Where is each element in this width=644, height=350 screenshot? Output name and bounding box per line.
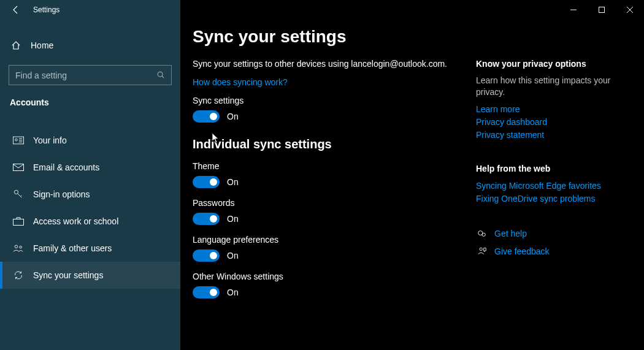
svg-line-10: [21, 196, 22, 197]
help-heading: Help from the web: [476, 164, 629, 173]
privacy-desc: Learn how this setting impacts your priv…: [476, 75, 629, 98]
mail-icon: [12, 161, 25, 173]
theme-toggle-state: On: [227, 177, 239, 187]
toggle-row-other: On: [193, 286, 476, 299]
search-box[interactable]: [9, 65, 172, 85]
sync-icon: [12, 269, 25, 281]
master-toggle-state: On: [227, 112, 239, 121]
home-label: Home: [31, 40, 53, 50]
nav-sync-settings[interactable]: Sync your settings: [0, 262, 180, 289]
search-input[interactable]: [15, 70, 156, 80]
other-toggle-state: On: [227, 287, 239, 297]
svg-line-1: [162, 76, 164, 78]
help-icon: [476, 227, 488, 240]
svg-point-12: [15, 245, 18, 248]
nav-label: Family & other users: [33, 243, 112, 253]
svg-point-8: [14, 190, 18, 194]
aside: Know your privacy options Learn how this…: [476, 20, 629, 350]
category-header: Accounts: [0, 85, 180, 115]
person-card-icon: [12, 134, 25, 146]
subheading: Individual sync settings: [193, 137, 476, 151]
nav-your-info[interactable]: Your info: [0, 127, 180, 154]
content-main: Sync your settings Sync your settings to…: [193, 20, 476, 350]
toggle-row-theme: On: [193, 176, 476, 188]
nav-label: Access work or school: [33, 216, 118, 226]
svg-point-13: [20, 246, 22, 248]
privacy-heading: Know your privacy options: [476, 59, 629, 69]
svg-point-20: [480, 248, 482, 251]
back-button[interactable]: [10, 4, 22, 16]
svg-rect-11: [13, 219, 24, 226]
svg-line-9: [18, 194, 22, 198]
help-link-edge[interactable]: Syncing Microsoft Edge favorites: [476, 180, 629, 192]
svg-rect-7: [13, 164, 24, 171]
language-toggle[interactable]: [193, 249, 220, 262]
toggle-row-passwords: On: [193, 213, 476, 225]
get-help-row[interactable]: Get help: [476, 227, 629, 240]
svg-point-3: [15, 139, 18, 141]
get-help-link[interactable]: Get help: [494, 227, 527, 240]
other-toggle[interactable]: [193, 286, 220, 299]
master-toggle[interactable]: [193, 110, 220, 123]
nav-access-work[interactable]: Access work or school: [0, 208, 180, 235]
svg-point-0: [158, 72, 163, 77]
feedback-link[interactable]: Give feedback: [494, 245, 550, 258]
privacy-statement-link[interactable]: Privacy statement: [476, 129, 629, 142]
theme-toggle[interactable]: [193, 176, 220, 188]
home-nav[interactable]: Home: [0, 33, 180, 58]
svg-rect-15: [599, 7, 605, 13]
toggle-row-language: On: [193, 249, 476, 262]
key-icon: [12, 188, 25, 200]
how-syncing-link[interactable]: How does syncing work?: [193, 77, 476, 87]
page-desc: Sync your settings to other devices usin…: [193, 59, 476, 69]
nav-email-accounts[interactable]: Email & accounts: [0, 154, 180, 181]
passwords-toggle[interactable]: [193, 213, 220, 225]
briefcase-icon: [12, 215, 25, 227]
privacy-section: Know your privacy options Learn how this…: [476, 59, 629, 142]
nav-list: Your info Email & accounts Sign-in optio…: [0, 127, 180, 289]
toggle-label-theme: Theme: [193, 161, 476, 171]
toggle-label-language: Language preferences: [193, 235, 476, 245]
language-toggle-state: On: [227, 251, 239, 261]
close-button[interactable]: [616, 0, 644, 20]
home-icon: [10, 39, 22, 51]
nav-label: Your info: [33, 135, 67, 145]
search-icon: [156, 70, 166, 80]
passwords-toggle-state: On: [227, 214, 239, 224]
nav-label: Email & accounts: [33, 162, 99, 172]
minimize-button[interactable]: [559, 0, 588, 20]
maximize-button[interactable]: [588, 0, 616, 20]
window-controls: [180, 0, 644, 20]
toggle-label-other: Other Windows settings: [193, 272, 476, 281]
nav-family-users[interactable]: Family & other users: [0, 235, 180, 262]
nav-label: Sign-in options: [33, 189, 90, 199]
learn-more-link[interactable]: Learn more: [476, 103, 629, 116]
master-toggle-label: Sync settings: [193, 96, 476, 105]
content: Sync your settings Sync your settings to…: [180, 20, 644, 350]
nav-label: Sync your settings: [33, 270, 103, 280]
toggle-label-passwords: Passwords: [193, 198, 476, 208]
page-heading: Sync your settings: [193, 27, 476, 47]
svg-point-19: [482, 233, 485, 236]
feedback-row[interactable]: Give feedback: [476, 245, 629, 258]
main-area: Sync your settings Sync your settings to…: [180, 0, 644, 350]
privacy-dashboard-link[interactable]: Privacy dashboard: [476, 116, 629, 129]
window-title: Settings: [33, 6, 59, 14]
feedback-icon: [476, 245, 488, 257]
help-section: Help from the web Syncing Microsoft Edge…: [476, 164, 629, 205]
nav-signin-options[interactable]: Sign-in options: [0, 181, 180, 208]
sidebar: Settings Home Accounts Your info Email &…: [0, 0, 180, 350]
people-icon: [12, 242, 25, 254]
help-link-onedrive[interactable]: Fixing OneDrive sync problems: [476, 192, 629, 205]
titlebar: Settings: [0, 0, 180, 20]
master-toggle-row: On: [193, 110, 476, 123]
